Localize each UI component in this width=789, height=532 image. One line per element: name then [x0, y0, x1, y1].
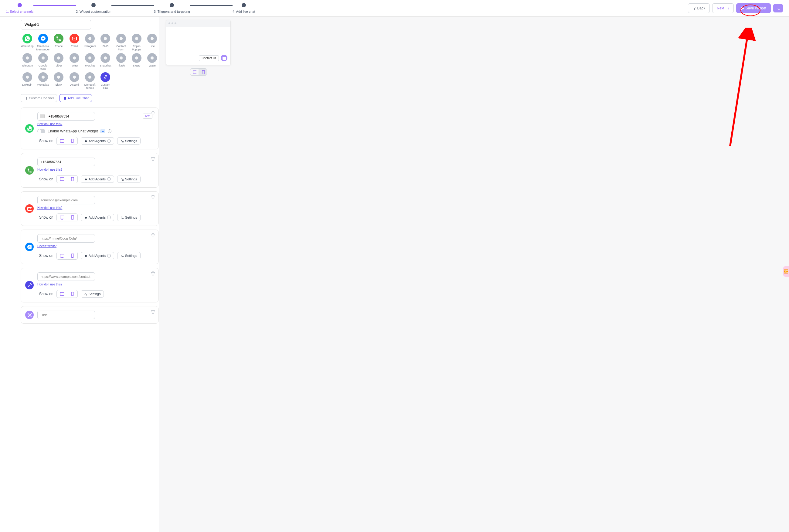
add-agents-button[interactable]: Add Agentsi — [81, 175, 114, 183]
help-link[interactable]: Doesn't work? — [37, 244, 56, 248]
desktop-toggle[interactable] — [57, 290, 67, 298]
channel-link[interactable]: Custom Link — [99, 72, 112, 90]
add-agents-button[interactable]: Add Agentsi — [81, 137, 114, 145]
settings-button[interactable]: Settings — [117, 252, 140, 259]
step-2[interactable]: 2. Widget customization — [76, 3, 111, 13]
add-live-chat-button[interactable]: Add Live Chat — [59, 94, 92, 102]
channel-email[interactable]: Email — [68, 34, 81, 51]
channel-messenger[interactable]: Facebook Messenger — [36, 34, 50, 51]
whatsapp-icon — [22, 34, 32, 43]
device-toggle[interactable] — [56, 137, 78, 145]
channel-poptin[interactable]: Poptin Popups — [130, 34, 143, 51]
preview-desktop[interactable] — [190, 69, 198, 75]
channel-waze[interactable]: Waze — [146, 53, 159, 71]
desktop-toggle[interactable] — [57, 175, 67, 183]
channel-linkedin[interactable]: Linkedin — [21, 72, 34, 90]
channel-card-3: Doesn't work? Show on Add AgentsiSetting… — [21, 230, 159, 264]
custom-channel-button[interactable]: Custom Channel — [21, 94, 57, 102]
channel-skype[interactable]: Skype — [130, 53, 143, 71]
channel-discord[interactable]: Discord — [68, 72, 81, 90]
help-link[interactable]: How do I use this? — [37, 283, 62, 286]
help-link[interactable]: How do I use this? — [37, 122, 62, 126]
settings-button[interactable]: Settings — [81, 290, 104, 298]
channel-card-1: How do I use this? Show on Add AgentsiSe… — [21, 153, 159, 188]
channel-vk[interactable]: Vkontakte — [36, 72, 50, 90]
device-toggle[interactable] — [56, 290, 78, 298]
channel-card-0: TestHow do I use this?Enable WhatsApp Ch… — [21, 108, 159, 149]
device-toggle[interactable] — [56, 175, 78, 183]
channel-value-input[interactable] — [37, 311, 95, 319]
desktop-toggle[interactable] — [57, 137, 67, 145]
step-3[interactable]: 3. Triggers and targeting — [154, 3, 190, 13]
arrow-left-icon — [692, 7, 695, 10]
channel-value-input[interactable] — [37, 157, 95, 166]
whatsapp-icon — [25, 124, 34, 133]
device-toggle[interactable] — [56, 252, 78, 260]
channel-label: Google Maps — [36, 64, 50, 71]
channel-value-input[interactable] — [37, 234, 95, 243]
step-4[interactable]: 4. Add live chat — [233, 3, 255, 13]
channel-whatsapp[interactable]: WhatsApp — [21, 34, 34, 51]
preview-mobile[interactable] — [198, 69, 207, 75]
snapchat-icon — [100, 53, 110, 63]
save-dropdown-button[interactable] — [773, 4, 783, 13]
mobile-toggle[interactable] — [67, 290, 77, 298]
channel-tiktok[interactable]: TikTok — [114, 53, 128, 71]
step-1[interactable]: 1. Select channels — [6, 3, 33, 13]
channel-snapchat[interactable]: Snapchat — [99, 53, 112, 71]
channel-line[interactable]: Line — [146, 34, 159, 51]
phone-icon — [54, 34, 63, 43]
channel-label: Telegram — [22, 64, 33, 70]
annotation-arrow — [721, 27, 757, 149]
desktop-toggle[interactable] — [57, 214, 67, 221]
settings-button[interactable]: Settings — [117, 214, 140, 221]
country-flag[interactable] — [40, 114, 45, 118]
channel-slack[interactable]: Slack — [52, 72, 65, 90]
settings-button[interactable]: Settings — [117, 175, 140, 183]
desktop-toggle[interactable] — [57, 252, 67, 259]
channel-sms[interactable]: SMS — [99, 34, 112, 51]
channel-instagram[interactable]: Instagram — [83, 34, 96, 51]
mobile-toggle[interactable] — [67, 137, 77, 145]
whatsapp-toggle[interactable] — [37, 129, 45, 133]
test-button[interactable]: Test — [143, 114, 152, 119]
device-toggle[interactable] — [56, 213, 78, 221]
language-toggle[interactable]: 🔀 — [783, 266, 789, 277]
mobile-toggle[interactable] — [67, 214, 77, 221]
channel-value-input[interactable] — [37, 272, 95, 281]
channel-telegram[interactable]: Telegram — [21, 53, 34, 71]
help-link[interactable]: How do I use this? — [37, 168, 62, 171]
link-icon — [25, 281, 34, 289]
channel-label: WhatsApp — [21, 45, 34, 51]
mobile-toggle[interactable] — [67, 252, 77, 259]
widget-name-input[interactable] — [21, 20, 91, 30]
email-icon — [25, 204, 34, 213]
settings-button[interactable]: Settings — [117, 137, 140, 145]
channel-contact[interactable]: Contact Form — [114, 34, 128, 51]
channel-wechat[interactable]: WeChat — [83, 53, 96, 71]
channel-label: Email — [71, 45, 78, 51]
info-icon[interactable]: i — [108, 129, 111, 133]
add-agents-button[interactable]: Add Agentsi — [81, 214, 114, 221]
back-button[interactable]: Back — [688, 3, 710, 13]
channel-teams[interactable]: Microsoft Teams — [83, 72, 96, 90]
show-on-label: Show on — [39, 215, 54, 220]
add-agents-button[interactable]: Add Agentsi — [81, 252, 114, 259]
mobile-toggle[interactable] — [67, 175, 77, 183]
channel-label: Snapchat — [100, 64, 111, 70]
save-widget-button[interactable]: Save Widget — [736, 3, 771, 13]
channel-viber[interactable]: Viber — [52, 53, 65, 71]
channel-value-input[interactable] — [37, 196, 95, 204]
next-button[interactable]: Next — [712, 3, 734, 13]
instagram-icon — [85, 34, 95, 43]
channel-label: Viber — [56, 64, 62, 70]
help-link[interactable]: How do I use this? — [37, 206, 62, 210]
channel-twitter[interactable]: Twitter — [68, 53, 81, 71]
channel-phone[interactable]: Phone — [52, 34, 65, 51]
channel-maps[interactable]: Google Maps — [36, 53, 50, 71]
channel-label: Contact Form — [114, 45, 128, 51]
tiktok-icon — [116, 53, 126, 63]
channel-value-input[interactable] — [37, 112, 95, 120]
close-icon — [25, 311, 34, 319]
preview-device-toggle[interactable] — [190, 68, 207, 76]
